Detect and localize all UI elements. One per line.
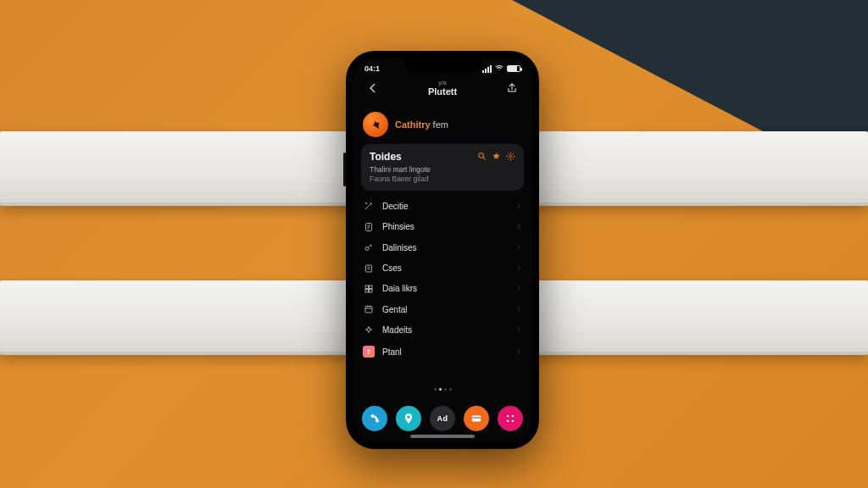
sparkle-icon <box>363 325 375 336</box>
svg-point-0 <box>479 152 484 158</box>
wifi-icon <box>495 64 504 73</box>
dock-card-button[interactable] <box>464 406 489 431</box>
gear-icon[interactable] <box>506 152 515 163</box>
card-action-icons <box>477 152 515 163</box>
menu-item-phinsies[interactable]: Phinsies <box>361 217 524 237</box>
star-icon[interactable] <box>492 152 501 163</box>
svg-point-3 <box>365 247 369 251</box>
dock-apps-button[interactable] <box>498 406 523 431</box>
dock-phone-button[interactable] <box>362 406 387 431</box>
chevron-right-icon <box>515 202 522 211</box>
card-subtitle-line2: Fauna Baeer gilad <box>370 175 515 184</box>
svg-point-15 <box>512 420 514 422</box>
avatar <box>363 112 388 137</box>
note-icon <box>363 222 375 232</box>
dock: Ad <box>353 406 532 431</box>
dock-ad-button[interactable]: Ad <box>430 406 455 431</box>
phone-frame: 04:1 y/a Plutett <box>346 51 539 449</box>
svg-rect-8 <box>370 289 373 292</box>
menu-list: Decitie Phinsies Dalinises <box>361 196 524 363</box>
menu-item-label: Cses <box>382 263 508 273</box>
chevron-right-icon <box>515 243 522 252</box>
menu-item-gentat[interactable]: Gental <box>361 299 524 319</box>
menu-item-madeits[interactable]: Madeits <box>361 320 524 341</box>
svg-rect-6 <box>370 286 373 289</box>
app-tile-icon: T <box>363 346 375 358</box>
search-icon[interactable] <box>477 152 487 163</box>
phone-screen: 04:1 y/a Plutett <box>353 58 532 442</box>
chevron-right-icon <box>515 222 522 231</box>
svg-point-14 <box>507 420 509 422</box>
chevron-right-icon <box>515 305 522 314</box>
svg-point-12 <box>507 415 509 417</box>
chevron-right-icon <box>515 284 522 293</box>
svg-rect-11 <box>472 417 481 419</box>
card-title: Toides <box>370 151 402 163</box>
key-icon <box>363 242 375 252</box>
chevron-right-icon <box>515 263 522 273</box>
menu-item-label: Madeits <box>382 325 508 335</box>
profile-name-rest: fem <box>431 119 448 130</box>
page-title-wrap: y/a Plutett <box>428 80 457 97</box>
page-subtitle: y/a <box>428 80 457 86</box>
notch <box>404 58 481 73</box>
dock-location-button[interactable] <box>396 406 421 431</box>
signal-icon <box>482 65 492 73</box>
grid-icon <box>363 284 375 294</box>
doc-icon <box>363 263 375 274</box>
svg-rect-7 <box>365 289 369 292</box>
svg-rect-5 <box>365 286 369 289</box>
menu-item-dalinises[interactable]: Dalinises <box>361 237 524 258</box>
highlight-card[interactable]: Toides Thalini mart lingote Fauna Baeer … <box>361 144 524 191</box>
svg-rect-9 <box>365 307 372 313</box>
menu-item-label: Daia likrs <box>382 284 508 293</box>
svg-rect-4 <box>366 265 372 272</box>
battery-icon <box>507 65 520 72</box>
share-button[interactable] <box>504 80 520 97</box>
chevron-right-icon <box>515 347 522 357</box>
menu-item-daia-likrs[interactable]: Daia likrs <box>361 279 524 299</box>
card-subtitle-line1: Thalini mart lingote <box>370 165 515 175</box>
ad-icon: Ad <box>437 414 448 423</box>
wand-icon <box>363 201 375 211</box>
menu-item-cses[interactable]: Cses <box>361 258 524 278</box>
page-title: Plutett <box>428 86 457 97</box>
menu-item-decitie[interactable]: Decitie <box>361 196 524 216</box>
menu-item-label: Ptanl <box>382 347 508 357</box>
svg-point-13 <box>512 415 514 417</box>
profile-row[interactable]: Cathitry fem <box>361 108 524 144</box>
status-time: 04:1 <box>364 64 380 73</box>
menu-item-label: Decitie <box>382 202 508 211</box>
profile-name-accent: Cathitry <box>395 119 431 130</box>
menu-item-label: Phinsies <box>382 222 508 231</box>
calendar-icon <box>363 304 375 314</box>
profile-name: Cathitry fem <box>395 119 448 130</box>
home-indicator[interactable] <box>410 435 475 438</box>
menu-item-label: Gental <box>382 305 508 314</box>
menu-item-label: Dalinises <box>382 243 508 252</box>
back-button[interactable] <box>364 80 381 97</box>
card-subtitle: Thalini mart lingote Fauna Baeer gilad <box>370 165 515 183</box>
nav-header: y/a Plutett <box>353 80 532 97</box>
page-indicator <box>353 385 532 393</box>
menu-item-ptanl[interactable]: T Ptanl <box>361 341 524 363</box>
svg-point-1 <box>509 155 512 158</box>
chevron-right-icon <box>515 325 522 335</box>
